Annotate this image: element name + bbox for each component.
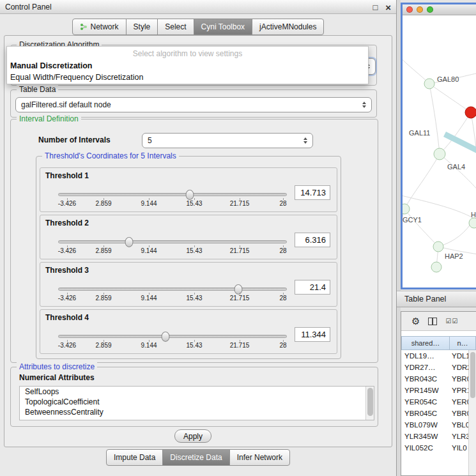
dropdown-option-equal-width[interactable]: Equal Width/Frequency Discretization (7, 72, 368, 83)
scale-tick: 9.144 (141, 342, 157, 349)
scrollbar-thumb[interactable] (367, 388, 373, 416)
threshold-value-field[interactable] (295, 280, 330, 295)
tab-jactivemodules[interactable]: jActiveMNodules (252, 19, 324, 35)
table-data-group-title: Table Data (17, 85, 58, 94)
threshold-slider[interactable] (58, 240, 287, 243)
tab-style[interactable]: Style (126, 19, 158, 35)
attributes-scrollbar[interactable] (365, 387, 374, 420)
control-panel-titlebar: Control Panel □ × (0, 0, 396, 14)
list-item[interactable]: BetweennessCentrality (20, 407, 374, 417)
dropdown-option-manual-discretization[interactable]: Manual Discretization (7, 60, 368, 72)
selected-node[interactable] (465, 107, 476, 118)
tab-label: Impute Data (114, 453, 155, 462)
num-intervals-label: Number of Intervals (38, 135, 111, 144)
scale-tick: -3.426 (58, 247, 76, 254)
threshold-box-3: Threshold 3 -3.426 2.859 9.144 15.43 21.… (40, 262, 337, 307)
top-tab-bar: Network Style Select Cyni Toolbox jActiv… (0, 19, 397, 35)
table-cell: YDR27… (401, 364, 450, 371)
table-row[interactable]: YBR045CYBR0 (401, 408, 476, 419)
combo-arrows-icon (362, 102, 366, 108)
network-node[interactable] (469, 218, 476, 228)
node-label: H (471, 211, 476, 219)
scale-tick: 9.144 (141, 295, 157, 302)
network-icon (80, 23, 88, 31)
threshold-box-2: Threshold 2 -3.426 2.859 9.144 15.43 21.… (40, 215, 337, 259)
threshold-slider[interactable] (58, 288, 287, 291)
combo-arrows-icon (303, 137, 307, 144)
threshold-label: Threshold 4 (45, 313, 89, 322)
close-button[interactable] (406, 6, 413, 13)
interval-group-title: Interval Definition (17, 114, 81, 123)
scale-tick: -3.426 (58, 295, 76, 302)
threshold-box-4: Threshold 4 -3.426 2.859 9.144 15.43 21.… (40, 309, 337, 354)
close-icon[interactable]: × (385, 2, 391, 13)
list-item[interactable]: TopologicalCoefficient (20, 397, 374, 407)
node-label: GCY1 (403, 216, 422, 224)
table-row[interactable]: YER054CYER0 (401, 396, 476, 408)
num-intervals-combo[interactable]: 5 (142, 133, 313, 148)
checkbox-icons[interactable]: ☑☑ (445, 318, 458, 325)
node-label: HAP2 (445, 252, 463, 260)
table-scrollbar[interactable] (468, 350, 476, 475)
scale-tick: 28 (279, 295, 286, 302)
threshold-value-field[interactable] (295, 185, 330, 200)
list-item[interactable]: SelfLoops (20, 387, 374, 397)
float-window-icon[interactable]: □ (372, 3, 378, 12)
tab-discretize-data[interactable]: Discretize Data (162, 449, 229, 466)
threshold-slider[interactable] (58, 193, 287, 196)
table-row[interactable]: YPR145WYPR1 (401, 385, 476, 396)
scale-tick: 15.43 (186, 200, 202, 207)
table-data-value: galFiltered.sif default node (21, 100, 111, 109)
table-row[interactable]: YDL19…YDL1 (401, 350, 476, 362)
network-node[interactable] (424, 79, 434, 89)
zoom-button[interactable] (427, 6, 433, 13)
threshold-value-field[interactable] (295, 233, 330, 247)
thresholds-group-title: Threshold's Coordinates for 5 Intervals (42, 151, 179, 160)
scale-tick: 28 (279, 200, 286, 207)
network-window-titlebar (403, 4, 476, 15)
network-canvas[interactable]: GAL80 GAL11 GAL4 GCY1 HAP2 H (403, 15, 476, 288)
column-header-name[interactable]: n… (449, 336, 476, 350)
table-toolbar: ⚙ ☑☑ (401, 312, 476, 331)
slider-thumb[interactable] (125, 237, 134, 247)
tab-infer-network[interactable]: Infer Network (229, 449, 290, 466)
tab-label: Style (134, 22, 151, 31)
algorithm-dropdown-popup: Select algorithm to view settings Manual… (6, 46, 369, 84)
slider-thumb[interactable] (162, 332, 170, 342)
network-node[interactable] (433, 242, 443, 252)
table-data-combo[interactable]: galFiltered.sif default node (15, 97, 372, 112)
network-node[interactable] (403, 204, 410, 214)
tab-network[interactable]: Network (72, 19, 127, 35)
scale-tick: 21.715 (230, 342, 250, 349)
numerical-attributes-label: Numerical Attributes (19, 373, 95, 382)
tab-select[interactable]: Select (157, 19, 194, 35)
gear-icon[interactable]: ⚙ (411, 316, 420, 326)
scale-tick: 2.859 (95, 295, 111, 302)
minimize-button[interactable] (417, 6, 423, 13)
table-row[interactable]: YBL079WYBL0 (401, 419, 476, 431)
table-row[interactable]: YDR27…YDR2 (401, 362, 476, 373)
slider-thumb[interactable] (234, 284, 243, 295)
threshold-label: Threshold 3 (45, 266, 89, 275)
slider-thumb[interactable] (186, 190, 194, 200)
scrollbar-thumb[interactable] (470, 352, 475, 398)
scale-tick: 21.715 (230, 200, 250, 207)
threshold-slider[interactable] (58, 335, 287, 338)
network-node[interactable] (434, 148, 445, 160)
table-cell: YBR043C (401, 375, 450, 383)
column-header-shared-name[interactable]: shared… (401, 336, 450, 350)
threshold-value-field[interactable] (295, 327, 330, 342)
tab-cyni-toolbox[interactable]: Cyni Toolbox (194, 19, 252, 35)
num-intervals-value: 5 (148, 136, 152, 145)
table-row[interactable]: YBR043CYBR0 (401, 373, 476, 385)
table-row[interactable]: YIL052CYIL0 (401, 442, 476, 454)
screen: Control Panel □ × Network Style Select C… (0, 0, 476, 476)
window-title: Control Panel (5, 3, 52, 12)
network-node[interactable] (431, 262, 441, 272)
tab-label: Discretize Data (170, 453, 222, 462)
tab-impute-data[interactable]: Impute Data (106, 449, 163, 466)
scale-tick: 15.43 (186, 342, 202, 349)
columns-icon[interactable] (428, 318, 437, 325)
apply-button[interactable]: Apply (174, 429, 211, 443)
table-row[interactable]: YLR345WYLR3 (401, 431, 476, 442)
